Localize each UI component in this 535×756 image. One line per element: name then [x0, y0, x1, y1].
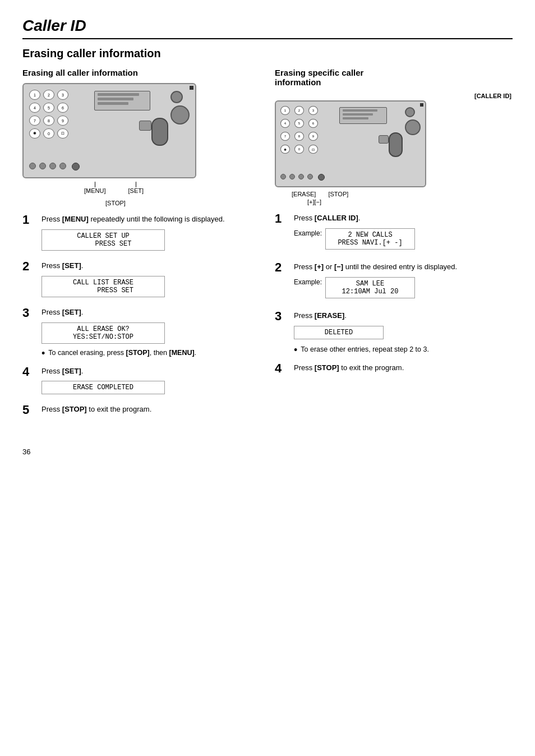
set-label: [SET] [128, 187, 144, 194]
speaker-row-left [29, 163, 80, 170]
speaker-row-right [280, 174, 325, 181]
rkey-4: 4 [280, 119, 290, 128]
key-hash: ⊡ [57, 128, 68, 139]
step-content-2: Press [SET]. CALL LIST ERASE PRESS SET [41, 260, 258, 299]
right-phone-area: [CALLER ID] 1 2 3 4 5 6 7 8 9 ✱ 0 ⊡ [275, 93, 513, 187]
right-buttons-right [405, 107, 421, 135]
example-label-2: Example: [294, 276, 322, 286]
key-2: 2 [43, 90, 54, 100]
key-6: 6 [57, 103, 68, 113]
rkey-7: 7 [280, 132, 290, 141]
stop-label-left: [STOP] [22, 200, 258, 206]
rstep-3-bold: [ERASE] [315, 311, 344, 320]
rkey-8: 8 [294, 132, 304, 141]
page-number: 36 [22, 448, 513, 456]
rkey-9: 9 [308, 132, 318, 141]
rstep-number-4: 4 [275, 362, 288, 375]
rstep-1-bold: [CALLER ID] [315, 214, 358, 222]
step-number-5: 5 [22, 403, 36, 417]
caller-id-label: [CALLER ID] [275, 93, 513, 99]
step-3-code: ALL ERASE OK? YES:SET/NO:STOP [41, 322, 165, 344]
rstep-content-2: Press [+] or [−] until the desired entry… [294, 261, 513, 303]
step-number-3: 3 [22, 306, 36, 320]
rstep-content-1: Press [CALLER ID]. Example: 2 NEW CALLS … [294, 212, 513, 254]
step-1-text: Press [MENU] repeatedly until the follow… [41, 214, 258, 225]
step-2-code: CALL LIST ERASE PRESS SET [41, 276, 165, 297]
step-content-3: Press [SET]. ALL ERASE OK? YES:SET/NO:ST… [41, 306, 258, 358]
rstep-3-note: • To erase other entries, repeat step 2 … [294, 345, 513, 355]
step-1-left: 1 Press [MENU] repeatedly until the foll… [22, 213, 258, 253]
rspeaker-2 [289, 174, 295, 179]
example-label-1: Example: [294, 227, 322, 237]
rkey-6: 6 [308, 119, 318, 128]
rkey-0: 0 [294, 145, 304, 154]
phone-device-left: 1 2 3 4 5 6 7 8 9 ✱ 0 ⊡ [22, 83, 196, 178]
rcorner-mark [420, 103, 423, 107]
step-4-text: Press [SET]. [41, 366, 258, 377]
handset-right [389, 132, 403, 157]
rspeaker-1 [280, 174, 286, 179]
rkey-2: 2 [294, 106, 304, 115]
rstep-1-text: Press [CALLER ID]. [294, 213, 513, 224]
key-4: 4 [29, 103, 40, 113]
erase-label: [ERASE] [292, 191, 316, 197]
step-5-text: Press [STOP] to exit the program. [41, 404, 258, 415]
left-subsection-title: Erasing all caller information [22, 68, 258, 77]
step-number-4: 4 [22, 365, 36, 379]
rstep-3-text: Press [ERASE]. [294, 311, 513, 321]
round-btn-large [170, 105, 190, 125]
rround-btn-large [405, 119, 421, 135]
step-4-right: 4 Press [STOP] to exit the program. [275, 362, 513, 377]
rspeaker-3 [298, 174, 304, 179]
speaker-2 [39, 163, 46, 169]
rkey-5: 5 [294, 119, 304, 128]
left-column: Erasing all caller information 1 2 3 4 5… [22, 68, 258, 425]
step-3-right: 3 Press [ERASE]. DELETED • To erase othe… [275, 310, 513, 355]
speaker-1 [29, 163, 36, 169]
side-btn-1 [139, 121, 151, 131]
step-3-bold: [SET] [62, 308, 81, 316]
stop-label-right: [STOP] [328, 191, 348, 197]
step-4-code: ERASE COMPLETED [41, 381, 165, 394]
step-1-bold: [MENU] [62, 215, 89, 223]
right-column: Erasing specific caller information [CAL… [275, 68, 513, 425]
handset-left [151, 118, 168, 146]
rsmall-icon [318, 174, 325, 181]
rstep-2-text: Press [+] or [−] until the desired entry… [294, 262, 513, 273]
step-number-1: 1 [22, 213, 36, 227]
step-4-bold: [SET] [62, 367, 81, 375]
keypad-right: 1 2 3 4 5 6 7 8 9 ✱ 0 ⊡ [280, 106, 321, 156]
rspeaker-4 [307, 174, 313, 179]
step-content-5: Press [STOP] to exit the program. [41, 403, 258, 418]
menu-label: [MENU] [84, 187, 106, 194]
screen-right [339, 107, 387, 124]
step-4-left: 4 Press [SET]. ERASE COMPLETED [22, 365, 258, 397]
step-2-bold: [SET] [62, 261, 81, 270]
speaker-4 [59, 163, 66, 169]
step-content-4: Press [SET]. ERASE COMPLETED [41, 365, 258, 397]
rstep-1-code: 2 NEW CALLS PRESS NAVI.[+ -] [325, 228, 415, 250]
rstep-3-note-text: To erase other entries, repeat step 2 to… [301, 345, 429, 355]
key-1: 1 [29, 90, 40, 100]
round-btn-top [170, 91, 183, 103]
step-3-text: Press [SET]. [41, 307, 258, 318]
plus-minus-label: [+][−] [275, 199, 513, 205]
rround-btn-top [405, 107, 415, 117]
rstep-1-example: Example: 2 NEW CALLS PRESS NAVI.[+ -] [294, 227, 513, 252]
speaker-3 [49, 163, 56, 169]
step-content-1: Press [MENU] repeatedly until the follow… [41, 213, 258, 253]
rstep-2-example: Example: SAM LEE 12:10AM Jul 20 [294, 276, 513, 301]
step-number-2: 2 [22, 260, 36, 273]
bullet-dot-1: • [41, 348, 45, 358]
right-buttons-left [170, 91, 190, 125]
step-5-left: 5 Press [STOP] to exit the program. [22, 403, 258, 418]
rkey-star: ✱ [280, 145, 290, 154]
phone-device-right: 1 2 3 4 5 6 7 8 9 ✱ 0 ⊡ [275, 100, 426, 187]
rstep-2-code: SAM LEE 12:10AM Jul 20 [325, 277, 415, 298]
rstep-number-2: 2 [275, 261, 288, 274]
key-3: 3 [57, 90, 68, 100]
key-7: 7 [29, 116, 40, 126]
key-9: 9 [57, 116, 68, 126]
rstep-number-1: 1 [275, 212, 288, 225]
screen-left [94, 91, 150, 110]
